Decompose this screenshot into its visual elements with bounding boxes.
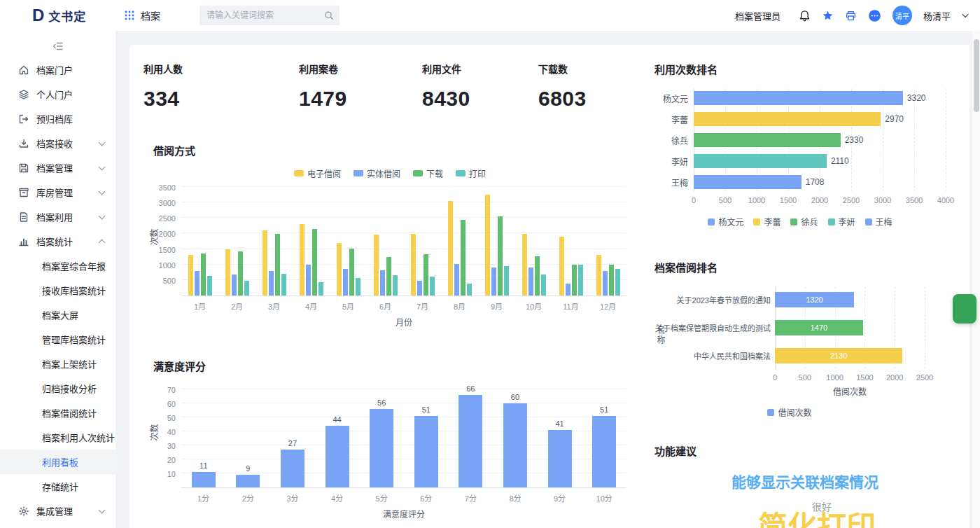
sidebar-item-archive-usage[interactable]: 档案利用 [0,204,115,229]
sidebar-subitem[interactable]: 档案利用人次统计 [0,425,115,450]
legend-item[interactable]: 李蕾 [753,216,780,228]
sidebar-item-archive-receive[interactable]: 档案接收 [0,131,115,155]
sidebar-subitem[interactable]: 档案室综合年报 [0,253,115,278]
module-switcher[interactable]: 档案 [124,8,160,22]
bar-group [404,188,441,296]
search-icon[interactable] [324,11,334,20]
chevron-down-icon [99,163,106,170]
legend-item[interactable]: 打印 [456,167,486,179]
sidebar-item-label: 库房管理 [36,186,99,199]
sidebar-item-pre-archive-library[interactable]: 预归档库 [0,106,115,131]
user-avatar[interactable]: 清平 [892,6,912,25]
bar-track: 2130 [775,348,925,363]
bar: 2130 [775,348,902,363]
stat-card: 利用案卷1479 [299,62,422,111]
axis-tick: 6月 [367,300,404,312]
bar-group [552,188,589,296]
value-label: 3320 [907,93,926,103]
sidebar-item-personal-portal[interactable]: 个人门户 [0,82,115,106]
legend-item[interactable]: 王梅 [865,216,892,228]
sidebar-item-archive-portal[interactable]: 档案门户 [0,57,115,82]
scrollbar-thumb[interactable] [974,39,979,112]
bar [370,409,393,487]
chart-satisfaction: 满意度评分 次数 10203040506070 1192744565166604… [144,359,626,520]
value-label: 41 [538,419,582,428]
main-content: 利用人数334利用案卷1479利用文件8430下载数6803 借阅方式 电子借阅… [115,31,980,528]
value-label: 56 [359,398,404,407]
sidebar-subitem[interactable]: 管理库档案统计 [0,327,115,352]
legend-item[interactable]: 实体借阅 [354,167,400,179]
more-options-icon[interactable] [868,9,881,22]
bar [386,257,391,296]
axis-tick: 4000 [937,196,954,204]
sidebar-subitem[interactable]: 利用看板 [0,450,115,474]
axis-tick: 500 [163,277,176,285]
sidebar-item-label: 档案利用 [36,210,99,223]
sidebar-subitem[interactable]: 档案借阅统计 [0,401,115,425]
sidebar-item-archive-statistics[interactable]: 档案统计 [0,229,115,253]
sidebar-collapse-icon[interactable] [0,31,115,57]
bar [615,269,620,296]
notification-bell-icon[interactable] [799,10,811,22]
sidebar-item-storage-management[interactable]: 库房管理 [0,180,115,204]
bar [281,274,286,296]
apps-grid-icon[interactable] [124,10,135,21]
sidebar-subitem[interactable]: 归档接收分析 [0,376,115,401]
bar [461,220,465,296]
favorite-star-icon[interactable] [822,10,834,22]
legend-label: 李蕾 [764,216,780,228]
axis-tick: 3000 [159,199,176,207]
axis-tick: 3000 [874,196,891,204]
bar [566,284,570,296]
bar [306,265,311,296]
legend-item[interactable]: 徐兵 [790,216,818,228]
bar-track: 2970 [694,112,946,126]
axis-tick: 8月 [441,300,478,312]
legend-item[interactable]: 电子借阅 [294,167,341,179]
axis-tick: 2500 [159,214,176,223]
plot-area: 关于2023年春节放假的通知1320关于档案保管期限自动生成的测试1470中华人… [654,286,925,370]
bar [244,281,249,296]
sidebar-subitem[interactable]: 档案上架统计 [0,352,115,376]
chevron-down-icon[interactable] [962,13,969,18]
axis-tick: 2分 [226,492,271,503]
stat-card: 利用文件8430 [422,62,538,111]
sidebar-subitem[interactable]: 存储统计 [0,474,115,499]
sidebar-subitem[interactable]: 接收库档案统计 [0,278,115,303]
axis-tick: 500 [719,196,732,204]
sidebar-item-label: 档案统计 [36,235,99,248]
legend-item[interactable]: 下载 [413,167,443,179]
bar-row: 李蕾2970 [654,109,946,130]
bar: 1470 [775,320,863,335]
sidebar-item-integration-management[interactable]: 集成管理 [0,499,115,523]
search-input[interactable] [200,6,340,25]
axis-tick: 6分 [404,492,449,503]
usage-icon [18,211,29,223]
legend-item[interactable]: 借阅次数 [767,406,811,418]
bar [262,230,267,296]
stat-label: 利用人数 [144,62,299,76]
legend-marker-icon [790,218,797,225]
axis-tick: 2000 [811,196,828,204]
legend-label: 李妍 [839,216,855,228]
axis-tick: 500 [799,373,811,382]
bar-group [255,188,293,296]
legend-item[interactable]: 杨文元 [708,216,743,228]
page-scrollbar[interactable] [972,31,980,528]
suggestion-word: 能够显示关联档案情况 [732,471,878,492]
axis-tick: 4月 [293,300,330,312]
sidebar-subitem[interactable]: 档案大屏 [0,303,115,327]
bar [504,266,509,296]
legend-item[interactable]: 李妍 [828,216,855,228]
axis-tick: 10 [167,470,176,478]
float-action-button[interactable] [953,294,976,324]
bar [318,282,323,296]
bar [326,426,349,487]
bar [572,265,577,296]
category-label: 中华人民共和国档案法 [654,350,771,361]
sidebar-item-archive-management[interactable]: 档案管理 [0,155,115,180]
legend-marker-icon [767,409,774,416]
category-label: 杨文元 [654,92,688,104]
printer-icon[interactable] [845,10,857,22]
category-label: 李蕾 [654,113,688,125]
